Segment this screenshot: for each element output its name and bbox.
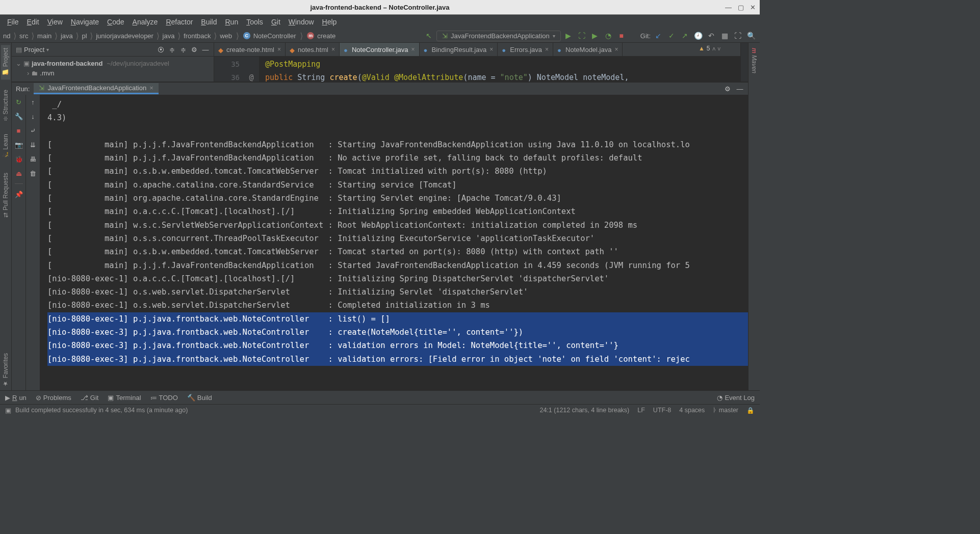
project-toolwindow-title[interactable]: ▤ Project ▾ — [16, 46, 49, 54]
bottom-tab-run[interactable]: ▶Run — [5, 394, 27, 402]
tab-NoteController.java[interactable]: ●NoteController.java× — [340, 43, 420, 56]
hide-run-icon[interactable]: — — [736, 85, 744, 93]
menu-build[interactable]: Build — [198, 17, 220, 27]
select-opened-icon[interactable]: ⦿ — [157, 45, 165, 54]
menu-view[interactable]: View — [44, 17, 66, 27]
git-branch[interactable]: ᚦ master — [713, 407, 738, 414]
git-commit-icon[interactable]: ✓ — [667, 32, 676, 40]
back-icon[interactable]: ↖ — [425, 32, 433, 40]
line-gutter[interactable]: 3536 — [214, 57, 244, 82]
bottom-tab-terminal[interactable]: ▣Terminal — [108, 394, 141, 402]
close-tab-icon[interactable]: × — [489, 46, 493, 53]
minimize-icon[interactable]: — — [725, 4, 732, 11]
menu-window[interactable]: Window — [286, 17, 317, 27]
close-tab-icon[interactable]: × — [331, 46, 335, 53]
menu-help[interactable]: Help — [319, 17, 340, 27]
project-root[interactable]: ⌄ ▣ java-frontend-backend ~/dev/juniorja… — [16, 59, 210, 68]
up-icon[interactable]: ↑ — [29, 98, 37, 106]
tab-create-note.html[interactable]: ◆create-note.html× — [214, 43, 286, 56]
ide-settings-icon[interactable]: ⛶ — [734, 32, 742, 40]
prev-highlight-icon[interactable]: ʌ — [712, 45, 716, 52]
menu-run[interactable]: Run — [222, 17, 241, 27]
collapse-all-icon[interactable]: ≑ — [179, 45, 187, 54]
menu-git[interactable]: Git — [268, 17, 283, 27]
bottom-tab-git[interactable]: ⎇Git — [81, 394, 99, 402]
project-tab[interactable]: 📁Project — [1, 45, 10, 79]
restart-debug-icon[interactable]: 🐞 — [15, 155, 23, 163]
run-icon[interactable]: ▶ — [564, 32, 573, 40]
file-encoding[interactable]: UTF-8 — [653, 407, 671, 414]
maven-tab[interactable]: m Maven — [750, 45, 759, 76]
annotation-gutter[interactable]: @ — [244, 57, 259, 82]
rerun-icon[interactable]: ↻ — [15, 98, 23, 106]
expand-all-icon[interactable]: ≑ — [168, 45, 176, 54]
git-update-icon[interactable]: ↙ — [654, 32, 662, 40]
breadcrumb-class[interactable]: NoteController — [253, 32, 296, 40]
pull-requests-tab[interactable]: ⇄Pull Requests — [1, 170, 10, 221]
softwrap-icon[interactable]: ⤶ — [29, 126, 37, 135]
console-output[interactable]: _/ 4.3) [ main] p.j.j.f.JavaFrontendBack… — [40, 95, 748, 390]
down-icon[interactable]: ↓ — [29, 112, 37, 120]
line-separator[interactable]: LF — [637, 407, 645, 414]
structure-tab[interactable]: ፨Structure — [1, 87, 10, 124]
print-icon[interactable]: 🖶 — [29, 155, 37, 163]
console-line-selected[interactable]: [nio-8080-exec-3] p.j.java.frontback.web… — [47, 353, 748, 366]
menu-file[interactable]: File — [4, 17, 22, 27]
crumb-juniorjavadeveloper[interactable]: juniorjavadeveloper — [96, 32, 153, 40]
stop-icon[interactable]: ■ — [617, 32, 626, 40]
inspection-badge[interactable]: ▲ 5 ʌ v — [699, 45, 720, 52]
crumb-web[interactable]: web — [220, 32, 232, 40]
lock-icon[interactable]: 🔒 — [746, 407, 755, 414]
status-hamburger-icon[interactable]: ▣ — [5, 407, 11, 414]
maximize-icon[interactable]: ▢ — [738, 4, 744, 11]
close-tab-icon[interactable]: × — [277, 46, 281, 53]
bottom-tab-todo[interactable]: ≔TODO — [150, 394, 178, 402]
close-tab-icon[interactable]: × — [411, 46, 415, 53]
profile-icon[interactable]: ◔ — [604, 32, 612, 40]
close-icon[interactable]: ✕ — [750, 4, 756, 11]
coverage-icon[interactable]: ▶ — [591, 32, 599, 40]
pin-icon[interactable]: 📌 — [15, 190, 23, 198]
tab-notes.html[interactable]: ◆notes.html× — [286, 43, 340, 56]
event-log[interactable]: ◔Event Log — [717, 394, 755, 402]
scroll-icon[interactable]: ⇊ — [29, 141, 37, 149]
run-tab[interactable]: ⇲ JavaFrontendBackendApplication × — [34, 83, 158, 94]
code-area[interactable]: 3536 @ @PostMapping public String create… — [214, 57, 748, 82]
debug-icon[interactable]: ⛶ — [578, 32, 586, 40]
bottom-tab-build[interactable]: 🔨Build — [187, 394, 212, 402]
menu-tools[interactable]: Tools — [243, 17, 266, 27]
tree-mvn-folder[interactable]: › 🖿 .mvn — [16, 68, 210, 78]
favorites-tab[interactable]: ★Favorites — [1, 350, 10, 390]
tab-Errors.java[interactable]: ●Errors.java× — [498, 43, 553, 56]
exit-icon[interactable]: ⏏ — [15, 169, 23, 177]
hide-tool-icon[interactable]: — — [201, 45, 210, 54]
crumb-pl[interactable]: pl — [82, 32, 87, 40]
rollback-icon[interactable]: ↶ — [707, 32, 715, 40]
tool-settings-icon[interactable]: ⚙ — [190, 45, 198, 54]
dump-icon[interactable]: 📷 — [15, 141, 23, 149]
crumb-java[interactable]: java — [61, 32, 73, 40]
crumb-main[interactable]: main — [37, 32, 51, 40]
indent-settings[interactable]: 4 spaces — [679, 407, 705, 414]
close-tab-icon[interactable]: × — [614, 46, 618, 53]
console-line-selected[interactable]: [nio-8080-exec-1] p.j.java.frontback.web… — [47, 312, 748, 326]
clear-icon[interactable]: 🗑 — [29, 169, 37, 177]
search-icon[interactable]: 🔍 — [747, 32, 755, 40]
learn-tab[interactable]: 🎓Learn — [1, 131, 10, 163]
run-settings-icon[interactable]: ⚙ — [724, 85, 732, 93]
crumb-frontback[interactable]: frontback — [184, 32, 211, 40]
bottom-tab-problems[interactable]: ⊘Problems — [36, 394, 71, 402]
crumb-src[interactable]: src — [19, 32, 28, 40]
breadcrumb-method[interactable]: create — [317, 32, 336, 40]
git-history-icon[interactable]: 🕘 — [694, 32, 702, 40]
console-line-selected[interactable]: [nio-8080-exec-3] p.j.java.frontback.web… — [47, 326, 748, 339]
menu-analyze[interactable]: Analyze — [130, 17, 161, 27]
tab-NoteModel.java[interactable]: ●NoteModel.java× — [553, 43, 623, 56]
menu-code[interactable]: Code — [104, 17, 127, 27]
cursor-position[interactable]: 24:1 (1212 chars, 4 line breaks) — [539, 407, 629, 414]
breadcrumbs[interactable]: nd⟩src⟩main⟩java⟩pl⟩juniorjavadeveloper⟩… — [3, 31, 232, 41]
project-struct-icon[interactable]: ▦ — [720, 32, 729, 40]
menu-navigate[interactable]: Navigate — [68, 17, 102, 27]
tab-BindingResult.java[interactable]: ●BindingResult.java× — [420, 43, 498, 56]
crumb-nd[interactable]: nd — [3, 32, 10, 40]
